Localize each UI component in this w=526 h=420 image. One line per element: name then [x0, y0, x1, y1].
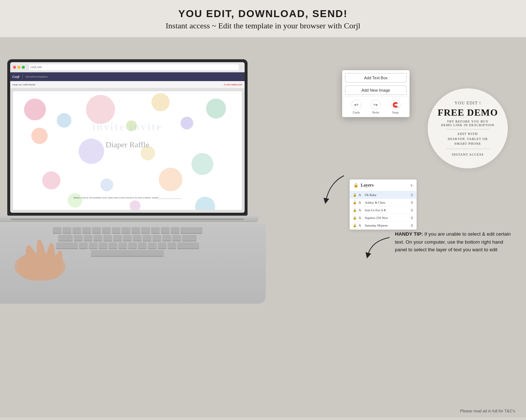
- layers-title: Layers: [361, 183, 373, 188]
- layer-lock-icon: 🔒: [353, 193, 357, 197]
- layer-name: Ashley & Chris: [365, 201, 408, 204]
- browser-dot-yellow: [17, 66, 20, 69]
- snap-label: Snap: [392, 111, 399, 114]
- template-diaper-raffle: Diaper Raffle: [106, 140, 149, 149]
- handy-tip-area: HANDY TIP: If you are unable to select &…: [395, 230, 511, 254]
- key: [99, 243, 107, 249]
- layer-name: Join Us For A B: [365, 208, 408, 212]
- layer-item-supinos[interactable]: 🔒 A Supinos 250 New 🗑: [350, 214, 416, 222]
- key: [171, 227, 179, 234]
- main-area: corjl.com Corjl NooraPartyTemplates Orde…: [0, 37, 526, 417]
- key: [158, 243, 166, 249]
- layer-item-ashley[interactable]: 🔒 A Ashley & Chris 🗑: [350, 199, 416, 207]
- key: [153, 235, 161, 241]
- layers-chevron-icon[interactable]: ∨: [410, 183, 413, 187]
- status-incomplete: ⚠ INCOMPLETE: [224, 83, 242, 86]
- key: [162, 235, 171, 241]
- key: [131, 227, 140, 234]
- toolbar-sep: [22, 74, 23, 79]
- circle-badge: YOU EDIT ! FREE DEMO TRY BEFORE YOU BUY …: [428, 88, 508, 168]
- corjl-toolbar: Corjl NooraPartyTemplates: [10, 72, 245, 81]
- you-edit-label: YOU EDIT !: [454, 100, 481, 106]
- layer-item-oh-baby[interactable]: 🔒 A Oh Baby 🗑: [350, 191, 416, 199]
- layer-delete-icon[interactable]: 🗑: [410, 193, 414, 197]
- undo-icon[interactable]: ↩: [351, 100, 361, 110]
- key: [138, 243, 147, 249]
- browser-dot-green: [22, 66, 25, 69]
- key: [181, 227, 202, 234]
- key: [143, 235, 151, 241]
- subline: Instant access ~ Edit the template in yo…: [0, 21, 526, 31]
- demo-link-label: DEMO LINK IN DESCRIPTION: [441, 123, 495, 127]
- key: [167, 243, 176, 249]
- redo-label: Redo: [372, 111, 379, 114]
- snap-tool: 🧲 Snap: [390, 100, 400, 114]
- redo-tool: ↪ Redo: [371, 100, 381, 114]
- add-new-image-button[interactable]: Add New Image: [345, 85, 407, 95]
- layer-item-join[interactable]: 🔒 A Join Us For A B 🗑: [350, 207, 416, 214]
- layer-delete-icon[interactable]: 🗑: [410, 216, 414, 220]
- layer-type: A: [359, 208, 363, 212]
- key: [133, 235, 142, 241]
- key: [103, 235, 112, 241]
- hand-svg: [0, 219, 80, 292]
- key: [89, 243, 98, 249]
- browser-url: corjl.com: [31, 65, 41, 69]
- laptop-screen-outer: corjl.com Corjl NooraPartyTemplates Orde…: [7, 59, 248, 216]
- layers-lock-icon: 🔒: [353, 183, 359, 188]
- add-text-box-button[interactable]: Add Text Box: [345, 73, 407, 83]
- free-demo-label: FREE DEMO: [438, 107, 498, 118]
- arrow-to-panel-svg: [322, 172, 351, 208]
- layer-lock-icon: 🔒: [353, 208, 357, 212]
- layers-header: 🔒 Layers ∨: [350, 180, 416, 191]
- key: [118, 243, 127, 249]
- layer-type: A: [359, 216, 363, 220]
- layer-lock-icon: 🔒: [353, 201, 357, 204]
- layer-delete-icon[interactable]: 🗑: [410, 224, 414, 227]
- layer-name: Saturday SEptem: [365, 224, 408, 227]
- layer-type: A: [359, 201, 363, 204]
- key: [84, 235, 92, 241]
- key: [151, 227, 160, 234]
- layers-header-left: 🔒 Layers: [353, 183, 373, 188]
- layer-delete-icon[interactable]: 🗑: [410, 208, 414, 212]
- snap-icon[interactable]: 🧲: [390, 100, 400, 110]
- key: [128, 243, 137, 249]
- floating-panel: Add Text Box Add New Image ↩ Undo ↪ Redo…: [342, 70, 410, 117]
- layers-panel: 🔒 Layers ∨ 🔒 A Oh Baby 🗑 🔒 A Ashley & Ch…: [349, 179, 417, 230]
- undo-label: Undo: [353, 111, 360, 114]
- corjl-subbar: Order Id: 1509758194 ⚠ INCOMPLETE: [10, 81, 245, 88]
- layer-item-saturday[interactable]: 🔒 A Saturday SEptem 🗑: [350, 222, 416, 229]
- key: [112, 227, 120, 234]
- key: [177, 243, 199, 249]
- layer-name: Supinos 250 New: [365, 216, 408, 220]
- key: [113, 235, 122, 241]
- layer-name: Oh Baby: [365, 193, 408, 197]
- key: [82, 227, 91, 234]
- key: [94, 235, 102, 241]
- handy-tip-label: HANDY TIP:: [395, 231, 423, 237]
- laptop-mockup: corjl.com Corjl NooraPartyTemplates Orde…: [0, 59, 266, 314]
- laptop-screen-inner: corjl.com Corjl NooraPartyTemplates Orde…: [10, 62, 245, 213]
- key: [102, 227, 111, 234]
- layer-lock-icon: 🔒: [353, 224, 357, 227]
- layer-type: A: [359, 224, 363, 227]
- corjl-canvas-area: invite invite Diaper Raffle BRING A PACK…: [10, 88, 245, 213]
- layer-delete-icon[interactable]: 🗑: [410, 201, 414, 204]
- key: [141, 227, 150, 234]
- redo-icon[interactable]: ↪: [371, 100, 381, 110]
- divider-2: [446, 149, 490, 149]
- divider-1: [446, 129, 490, 129]
- key: [92, 227, 101, 234]
- browser-address: corjl.com: [29, 64, 239, 70]
- try-before-label: TRY BEFORE YOU BUY: [447, 120, 489, 123]
- key: [122, 227, 130, 234]
- panel-tools: ↩ Undo ↪ Redo 🧲 Snap: [342, 96, 410, 117]
- bottom-credit: Please read ad in full for T&C's: [460, 409, 515, 413]
- key: [108, 243, 117, 249]
- corjl-logo: Corjl: [12, 75, 19, 79]
- undo-tool: ↩ Undo: [351, 100, 361, 114]
- key: [182, 235, 197, 241]
- top-banner: YOU EDIT, DOWNLOAD, SEND! Instant access…: [0, 0, 526, 37]
- key: [79, 243, 88, 249]
